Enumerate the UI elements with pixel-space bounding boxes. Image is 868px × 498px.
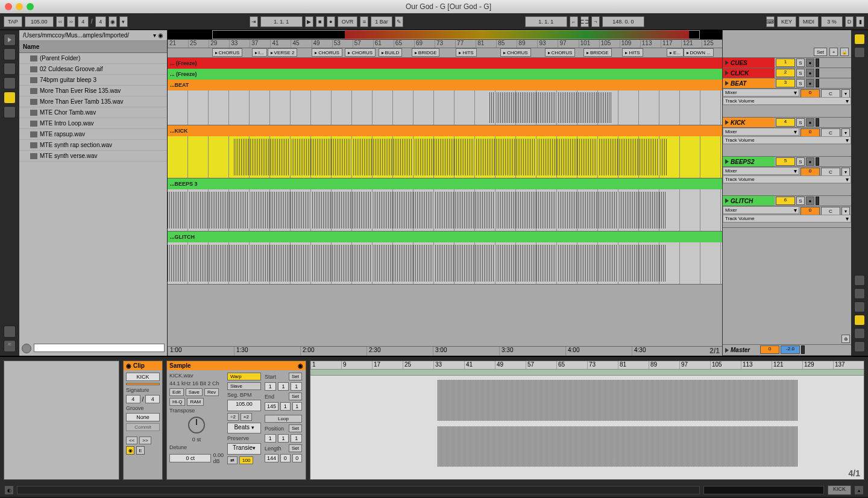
mixer-select[interactable]: Mixer ▾: [723, 167, 799, 175]
send-field[interactable]: 0: [800, 207, 820, 215]
send-field[interactable]: 0: [800, 89, 820, 98]
locator-marker[interactable]: VERSE 2: [268, 48, 298, 57]
key-map-button[interactable]: KEY: [777, 16, 796, 27]
locator-lane[interactable]: CHORUSI...VERSE 2CHORUSCHORUSBUILDBRIDGE…: [168, 48, 722, 58]
solo-button[interactable]: S: [796, 79, 805, 87]
locator-marker[interactable]: CHORUS: [312, 48, 342, 57]
tap-tempo-button[interactable]: TAP: [4, 16, 22, 27]
track-lane[interactable]: ... (Freeze): [168, 58, 722, 69]
expand-icon[interactable]: ▾: [841, 128, 850, 137]
browser-item[interactable]: More Than Ever Tamb 135.wav: [19, 96, 167, 107]
start-field[interactable]: 1: [265, 382, 276, 391]
help-view-button[interactable]: ◐: [5, 486, 13, 494]
punch-out-button[interactable]: ¬: [591, 16, 600, 27]
start-set-button[interactable]: Set: [289, 373, 302, 380]
groove-pool-icon[interactable]: [4, 326, 16, 338]
browser-item[interactable]: More Than Ever Rise 135.wav: [19, 86, 167, 96]
sends-icon[interactable]: [854, 288, 865, 299]
track-name[interactable]: GLITCH: [731, 198, 753, 204]
sample-hiq-button[interactable]: Hi-Q: [169, 398, 185, 406]
track-lane[interactable]: ... (Freeze): [168, 69, 722, 80]
start-field[interactable]: 1: [278, 382, 289, 391]
pan-field[interactable]: C: [821, 89, 840, 98]
track-lane[interactable]: [168, 90, 722, 125]
locator-marker[interactable]: E...: [667, 48, 684, 57]
zoom-window-button[interactable]: [27, 3, 34, 10]
record-button[interactable]: ●: [327, 16, 335, 27]
locator-marker[interactable]: I...: [252, 48, 267, 57]
locator-marker[interactable]: HITS: [622, 48, 643, 57]
transients-select[interactable]: Transie▾: [227, 443, 261, 455]
track-fold-icon[interactable]: [725, 120, 729, 125]
track-lane[interactable]: [168, 242, 722, 285]
track-lane[interactable]: ...GLITCH: [168, 232, 722, 242]
mixer-select[interactable]: Mixer ▾: [723, 128, 799, 136]
loop-start-field[interactable]: 1. 1. 1: [525, 16, 567, 27]
arm-button[interactable]: ●: [806, 79, 814, 87]
segbpm-field[interactable]: 105.00: [227, 400, 261, 411]
selected-clip-indicator[interactable]: KICK: [828, 485, 851, 495]
overdub-button[interactable]: OVR: [338, 16, 358, 27]
browser-item[interactable]: MTE Chor Tamb.wav: [19, 107, 167, 118]
length-field[interactable]: 144: [265, 454, 278, 462]
position-set-button[interactable]: Set: [289, 424, 302, 432]
track-fold-icon[interactable]: [725, 198, 729, 203]
locator-marker[interactable]: BUILD: [379, 48, 403, 57]
start-field[interactable]: 1: [291, 382, 302, 391]
solo-button[interactable]: S: [796, 118, 805, 127]
browser-item[interactable]: MTE synth rap section.wav: [19, 140, 167, 151]
transpose-knob[interactable]: [188, 417, 205, 433]
punch-in-button[interactable]: ⌐: [570, 16, 578, 27]
track-fold-icon[interactable]: [725, 71, 729, 75]
master-send[interactable]: 0: [760, 345, 779, 354]
mixer-icon[interactable]: [854, 315, 865, 326]
clip-envelope-button[interactable]: E: [136, 446, 145, 455]
wave-icon[interactable]: ≈: [4, 340, 16, 352]
locator-set-button[interactable]: Set: [814, 48, 827, 56]
locator-marker[interactable]: BRIDGE: [583, 48, 612, 57]
locator-marker[interactable]: CHORUS: [345, 48, 376, 57]
loop-button[interactable]: Loop: [265, 415, 302, 423]
arrangement-view-icon[interactable]: [854, 47, 865, 58]
volume-select[interactable]: Track Volume ▾: [723, 136, 851, 144]
play-button[interactable]: ▶: [305, 16, 313, 27]
midi-map-button[interactable]: MIDI: [799, 16, 819, 27]
arrangement-overview[interactable]: [168, 30, 722, 40]
arm-button[interactable]: ●: [806, 157, 814, 166]
expand-icon[interactable]: ▾: [841, 168, 850, 176]
track-number[interactable]: 1: [776, 58, 795, 67]
solo-button[interactable]: S: [796, 197, 805, 205]
track-number[interactable]: 6: [776, 197, 795, 205]
track-fold-icon[interactable]: [725, 60, 729, 65]
length-field[interactable]: 0: [280, 454, 290, 462]
master-volume[interactable]: -2.0: [781, 345, 800, 354]
track-lane[interactable]: ...KICK: [168, 125, 722, 136]
locator-marker[interactable]: CHORUS: [545, 48, 576, 57]
tempo-field[interactable]: 105.00: [25, 16, 54, 27]
end-set-button[interactable]: Set: [289, 392, 302, 400]
io-section-icon[interactable]: [854, 275, 865, 286]
browser-path[interactable]: /Users/mmccoy/Mus...amples/Imported/ ▾ ◉: [19, 30, 167, 41]
browser-item[interactable]: MTE Intro Loop.wav: [19, 118, 167, 129]
end-field[interactable]: 145: [265, 402, 278, 411]
loop-mode-button[interactable]: ⇄: [227, 456, 237, 464]
track-name[interactable]: BEAT: [731, 80, 746, 87]
volume-select[interactable]: Track Volume ▾: [723, 215, 851, 222]
clip-color-field[interactable]: [126, 383, 160, 385]
end-field[interactable]: 1: [292, 402, 302, 411]
browser-item[interactable]: 74bpm guitar bleep 3: [19, 75, 167, 86]
sample-waveform-editor[interactable]: 191725334149576573818997105113121129137 …: [310, 361, 864, 480]
length-set-button[interactable]: Set: [289, 444, 302, 452]
track-number[interactable]: 5: [776, 157, 795, 166]
locator-add-button[interactable]: +: [829, 48, 838, 56]
locator-marker[interactable]: BRIDGE: [412, 48, 440, 57]
arm-button[interactable]: ●: [806, 58, 814, 67]
time-sig-denominator[interactable]: 4: [95, 16, 106, 27]
detail-toggle-button[interactable]: ▴: [855, 486, 863, 494]
time-sig-numerator[interactable]: 4: [78, 16, 89, 27]
locator-marker[interactable]: CHORUS: [500, 48, 531, 57]
browser-search-input[interactable]: [34, 344, 165, 352]
track-number[interactable]: 3: [776, 79, 795, 87]
clip-next-button[interactable]: >>: [139, 437, 151, 444]
browser-files-icon[interactable]: [4, 92, 16, 104]
